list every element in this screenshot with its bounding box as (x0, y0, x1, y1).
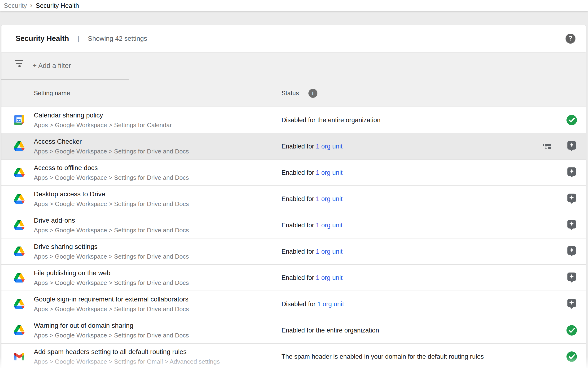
page-title: Security Health (16, 34, 69, 43)
setting-title: Google sign-in requirement for external … (34, 295, 189, 304)
setting-row[interactable]: Access to offline docsApps > Google Work… (1, 159, 586, 185)
breadcrumb-chevron-icon: › (30, 1, 32, 9)
setting-text: Add spam headers setting to all default … (34, 348, 220, 366)
org-unit-link[interactable]: 1 org unit (316, 169, 343, 176)
setting-row[interactable]: Drive add-onsApps > Google Workspace > S… (1, 212, 586, 238)
recommendation-flag-icon[interactable] (567, 167, 576, 177)
breadcrumb-current-page: Security Health (36, 2, 79, 9)
breadcrumb: Security › Security Health (0, 0, 588, 11)
setting-title: Add spam headers setting to all default … (34, 348, 220, 356)
status-text: Enabled for (281, 221, 316, 229)
setting-title: Access Checker (34, 137, 189, 146)
status-column-header: Status (281, 90, 299, 97)
org-unit-link[interactable]: 1 org unit (317, 300, 344, 307)
status-text: Enabled for (281, 169, 316, 176)
setting-status: Enabled for the entire organization (281, 327, 379, 334)
setting-path: Apps > Google Workspace > Settings for D… (34, 279, 189, 287)
setting-path: Apps > Google Workspace > Settings for D… (34, 305, 189, 313)
setting-row[interactable]: File publishing on the webApps > Google … (1, 264, 586, 291)
setting-status: The spam header is enabled in your domai… (281, 353, 484, 360)
setting-text: Warning for out of domain sharingApps > … (34, 321, 189, 339)
setting-row[interactable]: Desktop access to DriveApps > Google Wor… (1, 185, 586, 212)
org-unit-link[interactable]: 1 org unit (316, 221, 343, 229)
status-ok-check-icon (566, 115, 577, 125)
setting-row[interactable]: Access CheckerApps > Google Workspace > … (1, 133, 586, 159)
breadcrumb-security-link[interactable]: Security (4, 2, 27, 9)
add-filter-button[interactable]: + Add a filter (33, 62, 71, 70)
help-icon[interactable]: ? (566, 34, 575, 44)
security-health-card: Security Health | Showing 42 settings ? … (1, 25, 586, 368)
setting-title: Access to offline docs (34, 164, 189, 172)
setting-row[interactable]: Add spam headers setting to all default … (1, 343, 586, 368)
status-text: Enabled for (281, 248, 316, 255)
org-unit-link[interactable]: 1 org unit (316, 143, 343, 150)
recommendation-flag-icon[interactable] (567, 298, 576, 309)
status-ok-check-icon (566, 351, 577, 362)
google-drive-icon (14, 220, 25, 231)
setting-text: Drive add-onsApps > Google Workspace > S… (34, 216, 189, 234)
google-drive-icon (14, 141, 25, 152)
setting-status: Enabled for 1 org unit (281, 248, 342, 255)
status-text: Enabled for the entire organization (281, 327, 379, 334)
setting-name-column-header: Setting name (34, 90, 70, 97)
org-unit-link[interactable]: 1 org unit (316, 195, 343, 202)
table-header: Setting name Status i (1, 80, 586, 107)
info-icon[interactable]: i (308, 89, 317, 98)
svg-text:31: 31 (17, 118, 21, 122)
setting-text: Drive sharing settingsApps > Google Work… (34, 242, 189, 260)
setting-status: Enabled for 1 org unit (281, 169, 342, 176)
setting-status: Enabled for 1 org unit (281, 221, 342, 229)
setting-text: File publishing on the webApps > Google … (34, 269, 189, 287)
setting-title: Drive sharing settings (34, 242, 189, 251)
setting-text: Desktop access to DriveApps > Google Wor… (34, 190, 189, 208)
setting-title: Calendar sharing policy (34, 111, 172, 120)
setting-path: Apps > Google Workspace > Settings for D… (34, 174, 189, 182)
google-gmail-icon (14, 351, 25, 362)
setting-path: Apps > Google Workspace > Settings for D… (34, 200, 189, 208)
setting-path: Apps > Google Workspace > Settings for C… (34, 121, 172, 129)
setting-row[interactable]: Drive sharing settingsApps > Google Work… (1, 238, 586, 264)
google-calendar-icon: 31 (14, 115, 25, 126)
status-text: Enabled for (281, 195, 316, 202)
security-health-page: { "breadcrumb": { "separator": "\u203a",… (0, 0, 588, 368)
setting-path: Apps > Google Workspace > Settings for D… (34, 331, 189, 339)
google-drive-icon (14, 272, 25, 283)
recommendation-flag-icon[interactable] (567, 141, 576, 151)
setting-row[interactable]: Google sign-in requirement for external … (1, 291, 586, 317)
status-text: Enabled for (281, 274, 316, 281)
setting-path: Apps > Google Workspace > Settings for D… (34, 147, 189, 155)
title-divider: | (78, 35, 79, 43)
recommendation-flag-icon[interactable] (567, 246, 576, 256)
google-drive-icon (14, 193, 25, 204)
recommendation-flag-icon[interactable] (567, 220, 576, 230)
setting-title: Desktop access to Drive (34, 190, 189, 198)
setting-title: Drive add-ons (34, 216, 189, 225)
setting-status: Enabled for 1 org unit (281, 143, 342, 150)
status-ok-check-icon (566, 325, 577, 336)
google-drive-icon (14, 325, 25, 336)
filter-bar: + Add a filter (1, 52, 586, 80)
recommendation-flag-icon[interactable] (567, 272, 576, 283)
google-drive-icon (14, 246, 25, 257)
setting-row[interactable]: 31 Calendar sharing policyApps > Google … (1, 107, 586, 133)
org-units-icon (543, 144, 551, 149)
recommendation-flag-icon[interactable] (567, 193, 576, 204)
setting-status: Disabled for the entire organization (281, 116, 381, 124)
org-unit-link[interactable]: 1 org unit (316, 274, 343, 281)
card-header: Security Health | Showing 42 settings ? (1, 25, 586, 52)
setting-path: Apps > Google Workspace > Settings for D… (34, 252, 189, 260)
google-drive-icon (14, 167, 25, 178)
setting-status: Disabled for 1 org unit (281, 300, 344, 308)
filter-list-icon[interactable] (15, 60, 24, 67)
org-unit-link[interactable]: 1 org unit (316, 248, 343, 255)
status-text: Enabled for (281, 143, 316, 150)
setting-text: Calendar sharing policyApps > Google Wor… (34, 111, 172, 129)
setting-path: Apps > Google Workspace > Settings for G… (34, 358, 220, 366)
setting-row[interactable]: Warning for out of domain sharingApps > … (1, 317, 586, 343)
status-text: Disabled for the entire organization (281, 116, 381, 123)
settings-list: 31 Calendar sharing policyApps > Google … (1, 107, 586, 368)
setting-text: Google sign-in requirement for external … (34, 295, 189, 313)
setting-status: Enabled for 1 org unit (281, 195, 342, 202)
setting-status: Enabled for 1 org unit (281, 274, 342, 281)
setting-text: Access CheckerApps > Google Workspace > … (34, 137, 189, 155)
